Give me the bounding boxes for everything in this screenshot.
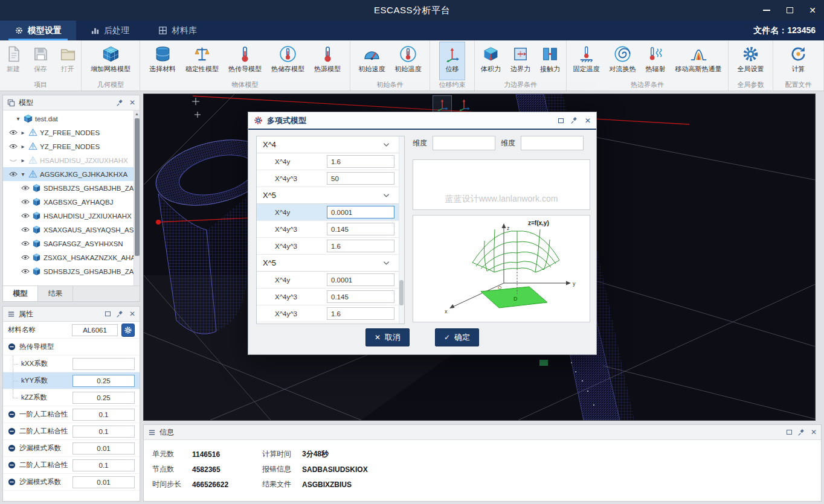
section-header-x4[interactable]: X^4 [257, 136, 404, 153]
minimize-button[interactable] [762, 6, 771, 14]
term-row[interactable]: X^4y^3 [257, 221, 404, 238]
visibility-eye-off-icon[interactable] [9, 157, 18, 164]
ribbon-initial-velocity-button[interactable]: 初始速度 [355, 42, 390, 80]
ribbon-save-button[interactable]: 保存 [28, 42, 54, 80]
dialog-pin-button[interactable] [570, 116, 578, 124]
hourglass-2-input[interactable] [72, 476, 135, 488]
material-settings-button[interactable] [121, 324, 135, 337]
tree-item-solid[interactable]: SAGFASGZ_ASYHHXSN [3, 237, 140, 250]
tree-item-solid[interactable]: SDHSBJZS_GHSABJHB_ZAHU [3, 264, 140, 278]
close-panel-icon[interactable]: ✕ [129, 98, 135, 107]
ribbon-convection-button[interactable]: 对流换热 [605, 42, 640, 80]
tree-scrollbar[interactable]: ▲ [134, 110, 140, 285]
term-row[interactable]: X^4y^3 [257, 289, 404, 305]
property-row-hourglass-1[interactable]: 沙漏模式系数 [3, 440, 140, 457]
collapse-icon[interactable] [8, 444, 16, 452]
ribbon-initial-temperature-button[interactable]: 初始温度 [391, 42, 426, 80]
property-row-kxx[interactable]: kXX系数 [3, 356, 140, 372]
property-row-kyy-selected[interactable]: kYY系数 [3, 372, 140, 389]
visibility-eye-icon[interactable] [21, 212, 30, 219]
viewport-displacement-marker-2[interactable] [454, 95, 474, 113]
visibility-eye-icon[interactable] [21, 199, 30, 205]
term-row-selected[interactable]: X^4y [257, 204, 404, 221]
ribbon-body-force-button[interactable]: 体积力 [477, 42, 505, 80]
dialog-maximize-button[interactable] [558, 118, 564, 123]
term-value-input[interactable] [327, 273, 394, 286]
ribbon-moving-gauss-flux-button[interactable]: 移动高斯热通量 [671, 42, 726, 80]
viscosity-2-input[interactable] [72, 426, 135, 438]
caret-down-icon[interactable]: ▾ [20, 171, 26, 177]
dimension-input-1[interactable] [433, 136, 495, 150]
caret-right-icon[interactable]: ▸ [20, 157, 26, 164]
term-value-input[interactable] [327, 307, 394, 320]
tree-item-surface-selected[interactable]: ▾ AGSGKJKG_GJHKAJKHXA [3, 167, 140, 181]
property-section-heat-conduction[interactable]: 热传导模型 [3, 339, 140, 356]
ribbon-new-button[interactable]: 新建 [1, 42, 27, 80]
kzz-input[interactable] [72, 392, 135, 404]
ribbon-heat-storage-button[interactable]: 热储存模型 [267, 42, 309, 80]
ribbon-select-material-button[interactable]: 选择材料 [145, 42, 180, 80]
visibility-eye-icon[interactable] [9, 171, 18, 177]
scrollbar-thumb[interactable] [399, 280, 404, 305]
visibility-eye-icon[interactable] [21, 185, 30, 191]
tree-item-surface-hidden[interactable]: ▸ HSAUHDISU_JZXIUXHAHX [3, 153, 140, 167]
tree-item-solid[interactable]: HSAUHDISU_JZXIUXHAHX [3, 209, 140, 223]
collapse-icon[interactable] [8, 478, 16, 486]
dialog-scrollbar[interactable] [399, 136, 404, 324]
ribbon-stability-model-button[interactable]: 稳定性模型 [181, 42, 223, 80]
visibility-eye-icon[interactable] [9, 129, 18, 136]
viscosity-1-input[interactable] [72, 409, 135, 421]
tree-item-surface[interactable]: ▸ YZ_FREE_NODES [3, 139, 140, 153]
ribbon-global-settings-button[interactable]: 全局设置 [733, 42, 768, 80]
cancel-button[interactable]: ✕ 取消 [365, 328, 410, 346]
property-row-hourglass-2[interactable]: 沙漏模式系数 [3, 474, 140, 491]
restore-panel-icon[interactable] [787, 430, 792, 435]
visibility-eye-icon[interactable] [21, 226, 30, 233]
tab-post-processing[interactable]: 后处理 [76, 21, 144, 40]
term-value-input[interactable] [327, 290, 394, 303]
term-value-input[interactable] [327, 223, 394, 235]
property-row-viscosity-2[interactable]: 二阶人工粘合性 [3, 423, 140, 440]
tab-model-settings[interactable]: 模型设置 [0, 21, 76, 40]
caret-right-icon[interactable]: ▸ [20, 143, 26, 150]
property-row-viscosity-1[interactable]: 一阶人工粘合性 [3, 406, 140, 423]
dialog-header[interactable]: 多项式模型 ✕ [248, 112, 596, 130]
dimension-input-2[interactable] [521, 136, 584, 150]
term-value-input[interactable] [327, 206, 394, 219]
tab-material-library[interactable]: 材料库 [144, 21, 211, 40]
viscosity-3-input[interactable] [72, 459, 135, 471]
term-row[interactable]: X^4y [257, 272, 404, 289]
pin-icon[interactable] [116, 99, 124, 107]
section-header-x5a[interactable]: X^5 [257, 187, 404, 204]
kyy-input[interactable] [72, 375, 135, 387]
term-row[interactable]: X^4y [257, 153, 404, 170]
term-row[interactable]: X^4y^3 [257, 170, 404, 187]
dialog-close-button[interactable]: ✕ [585, 116, 591, 125]
visibility-eye-icon[interactable] [21, 254, 30, 261]
caret-right-icon[interactable]: ▸ [20, 129, 26, 136]
tab-model-tree[interactable]: 模型 [3, 286, 38, 301]
tree-root-item[interactable]: ▾ test.dat [3, 112, 140, 126]
property-row-kzz[interactable]: kZZ系数 [3, 389, 140, 406]
ribbon-compute-button[interactable]: 计算 [785, 42, 811, 80]
term-value-input[interactable] [327, 172, 394, 185]
close-window-button[interactable]: ✕ [808, 6, 817, 14]
collapse-icon[interactable] [8, 343, 16, 351]
tree-item-surface[interactable]: ▸ YZ_FREE_NODES [3, 126, 140, 139]
pin-icon[interactable] [116, 310, 124, 318]
ribbon-fixed-temperature-button[interactable]: 固定温度 [569, 42, 604, 80]
maximize-button[interactable] [785, 6, 794, 14]
collapse-icon[interactable] [8, 461, 16, 469]
tree-item-solid[interactable]: ZSXGX_HSAKAZNZXK_AHASX [3, 250, 140, 264]
pin-icon[interactable] [797, 429, 805, 436]
section-header-x5b[interactable]: X^5 [257, 255, 404, 272]
term-value-input[interactable] [327, 240, 394, 252]
ribbon-displacement-button[interactable]: 位移 [439, 42, 465, 80]
property-row-viscosity-3[interactable]: 二阶人工粘合性 [3, 457, 140, 474]
scroll-up-icon[interactable]: ▲ [135, 110, 139, 117]
collapse-icon[interactable] [8, 410, 16, 418]
caret-down-icon[interactable]: ▾ [15, 115, 21, 122]
ribbon-add-mesh-button[interactable]: 增加网格模型 [86, 42, 135, 80]
ribbon-heat-conduction-button[interactable]: 热传导模型 [224, 42, 266, 80]
tree-item-solid[interactable]: XSAXGAUS_AISYAQSH_ASHX [3, 223, 140, 237]
